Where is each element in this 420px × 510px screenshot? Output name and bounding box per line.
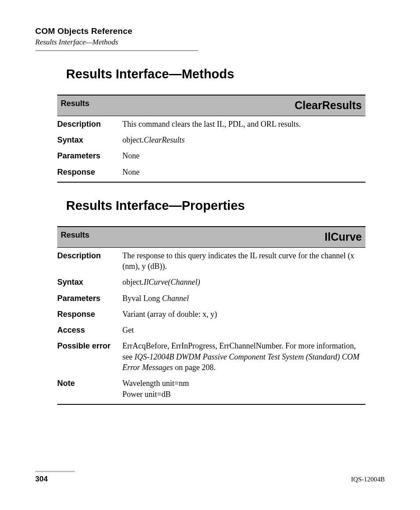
possible-error-label: Possible error: [57, 338, 122, 375]
possible-error-italic: IQS-12004B DWDM Passive Component Test S…: [122, 352, 360, 372]
ilcurve-header-left: Results: [57, 227, 122, 247]
response-value: Variant (array of double: x, y): [122, 306, 365, 322]
ilcurve-parameters-row: Parameters Byval Long Channel: [57, 290, 365, 306]
running-head: COM Objects Reference Results Interface—…: [35, 26, 385, 51]
page-number: 304: [35, 475, 48, 484]
parameters-prefix: Byval Long: [122, 294, 162, 303]
ilcurve-note-row: Note Wavelength unit=nm Power unit=dB: [57, 375, 365, 404]
section-title-methods: Results Interface—Methods: [66, 67, 385, 81]
parameters-value: None: [122, 148, 365, 164]
possible-error-post: on page 208.: [173, 363, 216, 372]
note-line1: Wavelength unit=nm: [122, 378, 362, 389]
note-value: Wavelength unit=nm Power unit=dB: [122, 375, 365, 404]
clearresults-syntax-row: Syntax object.ClearResults: [57, 132, 365, 148]
footer-rule: [35, 471, 75, 472]
possible-error-value: ErrAcqBefore, ErrInProgress, ErrChannelN…: [122, 338, 365, 375]
syntax-method: ClearResults: [144, 136, 184, 144]
description-label: Description: [57, 116, 122, 132]
ilcurve-description-row: Description The response to this query i…: [57, 247, 365, 274]
clearresults-response-row: Response None: [57, 164, 365, 182]
syntax-method: IlCurve(Channel): [144, 278, 200, 286]
clearresults-parameters-row: Parameters None: [57, 148, 365, 164]
syntax-prefix: object.: [122, 278, 144, 286]
footer: 304 IQS-12004B: [35, 471, 385, 484]
footer-row: 304 IQS-12004B: [35, 475, 385, 484]
syntax-label: Syntax: [57, 132, 122, 148]
ilcurve-response-row: Response Variant (array of double: x, y): [57, 306, 365, 322]
description-value: The response to this query indicates the…: [122, 247, 365, 274]
clearresults-description-row: Description This command clears the last…: [57, 116, 365, 132]
response-value: None: [122, 164, 365, 182]
access-label: Access: [57, 322, 122, 338]
description-value: This command clears the last IL, PDL, an…: [122, 116, 365, 132]
response-label: Response: [57, 164, 122, 182]
ilcurve-table: Results IlCurve Description The response…: [57, 226, 365, 405]
syntax-label: Syntax: [57, 274, 122, 290]
parameters-label: Parameters: [57, 148, 122, 164]
running-head-title: COM Objects Reference: [35, 26, 385, 36]
clearresults-header-left: Results: [57, 95, 122, 116]
clearresults-header-row: Results ClearResults: [57, 95, 365, 116]
parameters-italic: Channel: [162, 294, 189, 303]
running-head-subtitle: Results Interface—Methods: [35, 38, 385, 47]
response-label: Response: [57, 306, 122, 322]
ilcurve-syntax-row: Syntax object.IlCurve(Channel): [57, 274, 365, 290]
clearresults-table: Results ClearResults Description This co…: [57, 95, 365, 183]
ilcurve-header-right: IlCurve: [122, 227, 365, 247]
document-code: IQS-12004B: [351, 476, 385, 483]
ilcurve-possible-error-row: Possible error ErrAcqBefore, ErrInProgre…: [57, 338, 365, 375]
parameters-label: Parameters: [57, 290, 122, 306]
note-label: Note: [57, 375, 122, 404]
syntax-prefix: object.: [122, 136, 144, 144]
syntax-value: object.ClearResults: [122, 132, 365, 148]
description-label: Description: [57, 247, 122, 274]
page: COM Objects Reference Results Interface—…: [0, 0, 420, 510]
parameters-value: Byval Long Channel: [122, 290, 365, 306]
note-line2: Power unit=dB: [122, 389, 362, 400]
section-title-properties: Results Interface—Properties: [66, 198, 385, 213]
running-head-rule: [35, 50, 198, 51]
ilcurve-header-row: Results IlCurve: [57, 227, 365, 247]
access-value: Get: [122, 322, 365, 338]
syntax-value: object.IlCurve(Channel): [122, 274, 365, 290]
ilcurve-access-row: Access Get: [57, 322, 365, 338]
clearresults-header-right: ClearResults: [122, 95, 365, 116]
